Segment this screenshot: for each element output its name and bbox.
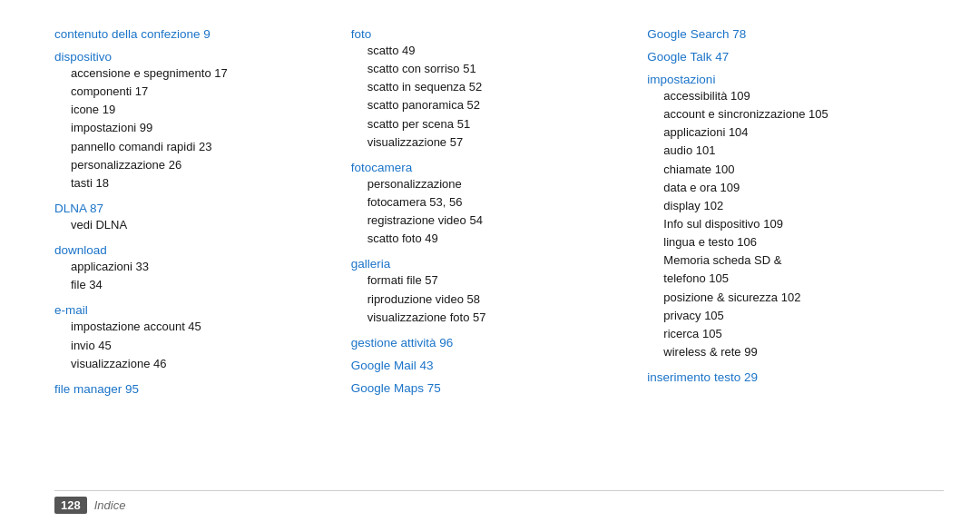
heading-dispositivo: dispositivo: [54, 50, 342, 64]
heading-gestione-attività: gestione attività 96: [351, 336, 639, 350]
sub-item: impostazione account 45: [54, 318, 342, 336]
column-2: fotoscatto 49scatto con sorriso 51scatto…: [351, 27, 648, 481]
sub-item: personalizzazione: [351, 175, 639, 193]
sub-item: scatto per scena 51: [351, 115, 639, 133]
sub-item: lingua e testo 106: [647, 233, 935, 251]
sub-item: scatto 49: [351, 42, 639, 60]
footer-page-number: 128: [54, 497, 87, 514]
sub-item: applicazioni 33: [54, 258, 342, 276]
heading-google-talk: Google Talk 47: [647, 50, 935, 64]
heading-file-manager: file manager 95: [54, 382, 342, 396]
sub-item: privacy 105: [647, 307, 935, 325]
sub-item: registrazione video 54: [351, 212, 639, 230]
heading-inserimento-testo: inserimento testo 29: [647, 370, 935, 384]
sub-item: visualizzazione 57: [351, 133, 639, 152]
heading-foto: foto: [351, 27, 639, 41]
sub-item: posizione & sicurezza 102: [647, 289, 935, 307]
sub-item: telefono 105: [647, 270, 935, 288]
heading-e-mail: e-mail: [54, 303, 342, 317]
footer-label: Indice: [94, 498, 126, 512]
heading-contenuto-della-confezione: contenuto della confezione 9: [54, 27, 342, 41]
sub-item: audio 101: [647, 142, 935, 160]
sub-item: wireless & rete 99: [647, 343, 935, 361]
column-1: contenuto della confezione 9dispositivoa…: [54, 27, 351, 481]
heading-google-mail: Google Mail 43: [351, 359, 639, 372]
sub-item: invio 45: [54, 337, 342, 355]
sub-item: visualizzazione foto 57: [351, 309, 639, 327]
sub-item: tasti 18: [54, 174, 342, 192]
heading-galleria: galleria: [351, 257, 639, 271]
sub-item: componenti 17: [54, 83, 342, 101]
sub-item: icone 19: [54, 101, 342, 119]
sub-item: display 102: [647, 197, 935, 215]
sub-item: account e sincronizzazione 105: [647, 105, 935, 123]
heading-google-maps: Google Maps 75: [351, 381, 639, 395]
heading-impostazioni: impostazioni: [647, 73, 935, 86]
heading-dlna: DLNA 87: [54, 202, 342, 215]
sub-item: Memoria scheda SD &: [647, 251, 935, 270]
sub-item: scatto foto 49: [351, 230, 639, 248]
sub-item: personalizzazione 26: [54, 156, 342, 174]
sub-item: data e ora 109: [647, 179, 935, 197]
page: contenuto della confezione 9dispositivoa…: [0, 0, 980, 532]
heading-fotocamera: fotocamera: [351, 161, 639, 174]
column-3: Google Search 78Google Talk 47impostazio…: [647, 27, 944, 481]
sub-item: chiamate 100: [647, 161, 935, 179]
sub-item: visualizzazione 46: [54, 355, 342, 373]
heading-google-search: Google Search 78: [647, 27, 935, 41]
sub-item: file 34: [54, 276, 342, 294]
footer: 128 Indice: [54, 490, 944, 514]
sub-item: scatto in sequenza 52: [351, 78, 639, 96]
sub-item: accessibilità 109: [647, 87, 935, 105]
sub-item: formati file 57: [351, 271, 639, 290]
sub-item: vedi DLNA: [54, 216, 342, 234]
sub-item: fotocamera 53, 56: [351, 193, 639, 212]
sub-item: applicazioni 104: [647, 123, 935, 142]
sub-item: scatto con sorriso 51: [351, 60, 639, 78]
index-columns: contenuto della confezione 9dispositivoa…: [54, 27, 944, 481]
sub-item: ricerca 105: [647, 325, 935, 343]
sub-item: riproduzione video 58: [351, 291, 639, 309]
sub-item: scatto panoramica 52: [351, 96, 639, 114]
sub-item: pannello comandi rapidi 23: [54, 138, 342, 156]
sub-item: impostazioni 99: [54, 119, 342, 137]
heading-download: download: [54, 243, 342, 257]
sub-item: accensione e spegnimento 17: [54, 64, 342, 83]
sub-item: Info sul dispositivo 109: [647, 215, 935, 233]
